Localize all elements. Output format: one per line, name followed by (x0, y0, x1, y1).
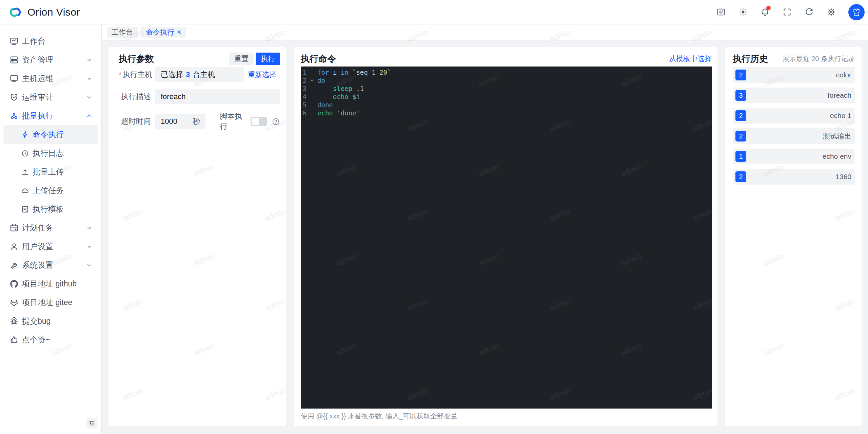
fold-chevron-icon (307, 93, 317, 101)
settings-gear-icon[interactable] (824, 5, 838, 19)
user-icon (9, 242, 19, 251)
menu-fold-icon (88, 420, 95, 427)
exec-command-panel: 执行命令 从模板中选择 1for i in `seq 1 20`2do3 sle… (294, 47, 717, 426)
sidebar-item-system[interactable]: 系统设置 (0, 256, 101, 275)
gitee-icon (9, 298, 19, 307)
sidebar-item-like[interactable]: 点个赞~ (0, 331, 101, 349)
history-item[interactable]: 1echo env (733, 149, 855, 164)
code-line: 4 echo $i (301, 93, 712, 101)
code-token (317, 84, 333, 93)
sidebar-item-schedule[interactable]: 计划任务 (0, 219, 101, 237)
notification-bell-icon[interactable] (758, 5, 772, 19)
sidebar-item-log[interactable]: 执行日志 (0, 144, 101, 163)
code-settings-icon[interactable] (714, 5, 728, 19)
code-token (349, 93, 352, 101)
help-icon[interactable] (272, 117, 280, 126)
description-input[interactable]: foreach (155, 89, 280, 104)
sidebar-item-label: 项目地址 github (22, 279, 92, 289)
fold-chevron-icon (307, 68, 317, 76)
host-field-label: *执行主机 (119, 70, 151, 80)
history-item[interactable]: 2color (733, 67, 855, 83)
timeout-unit: 秒 (193, 116, 200, 127)
command-panel-title: 执行命令 (301, 53, 336, 65)
host-count-badge: 2 (735, 70, 746, 80)
sidebar-item-assets[interactable]: 资产管理 (0, 51, 101, 69)
sidebar-item-gitee[interactable]: 项目地址 gitee (0, 293, 101, 312)
code-token: echo (317, 109, 333, 117)
line-number: 1 (301, 68, 307, 76)
code-lines: 1for i in `seq 1 20`2do3 sleep .14 echo … (301, 68, 712, 117)
sidebar-item-label: 点个赞~ (22, 335, 92, 345)
sidebar-item-label: 运维审计 (22, 92, 86, 102)
sidebar-menu: 工作台资产管理主机运维运维审计批量执行命令执行执行日志批量上传上传任务执行模板计… (0, 24, 101, 349)
content: 执行参数 重置 执行 *执行主机 已选择 3 台主机 重新选择 执 (102, 40, 868, 418)
app-header: Orion Visor 管 (0, 0, 868, 24)
sidebar-item-batch[interactable]: 批量执行 (0, 107, 101, 125)
audit-icon (9, 93, 19, 102)
app-logo[interactable]: Orion Visor (8, 5, 80, 19)
sidebar-item-label: 工作台 (22, 36, 92, 46)
chevron-down-icon (86, 262, 92, 268)
sidebar-item-audit[interactable]: 运维审计 (0, 88, 101, 107)
execute-button[interactable]: 执行 (256, 53, 280, 65)
history-item[interactable]: 2echo 1 (733, 108, 855, 124)
fullscreen-icon[interactable] (780, 5, 794, 19)
dashboard-icon (9, 37, 19, 46)
tab-command-exec[interactable]: 命令执行× (141, 27, 186, 38)
fold-chevron-icon[interactable] (307, 76, 317, 84)
user-avatar[interactable]: 管 (848, 4, 865, 20)
timeout-field-label: 超时时间 (119, 116, 151, 127)
sidebar-item-label: 项目地址 gitee (22, 297, 92, 308)
sidebar-item-upload[interactable]: 批量上传 (0, 163, 101, 181)
history-item-label: foreach (828, 91, 851, 99)
sidebar-item-dashboard[interactable]: 工作台 (0, 32, 101, 51)
code-token: i (329, 68, 340, 76)
sidebar-item-label: 批量执行 (22, 111, 86, 121)
code-token: done (317, 101, 333, 109)
reselect-hosts-link[interactable]: 重新选择 (248, 70, 276, 79)
chevron-down-icon (86, 225, 92, 231)
code-editor[interactable]: 1for i in `seq 1 20`2do3 sleep .14 echo … (301, 67, 712, 409)
sidebar-collapse-button[interactable] (86, 418, 97, 429)
host-count-badge: 3 (735, 90, 746, 101)
tab-workbench[interactable]: 工作台 (107, 27, 138, 38)
sidebar-item-template[interactable]: 执行模板 (0, 200, 101, 219)
code-token: do (317, 76, 325, 84)
code-token: ` (387, 68, 391, 76)
sidebar-item-github[interactable]: 项目地址 github (0, 275, 101, 293)
theme-icon[interactable] (736, 5, 750, 19)
sidebar-item-user[interactable]: 用户设置 (0, 237, 101, 256)
sidebar-item-label: 执行日志 (33, 148, 92, 158)
chevron-down-icon (86, 94, 92, 100)
host-selected-count: 3 (186, 70, 190, 79)
schedule-icon (9, 223, 19, 232)
sidebar-item-label: 上传任务 (33, 185, 92, 196)
code-line: 2do (301, 76, 712, 84)
reset-button[interactable]: 重置 (229, 53, 254, 65)
line-number: 5 (301, 101, 307, 109)
sidebar-item-exec[interactable]: 命令执行 (3, 125, 98, 144)
history-item-label: 1360 (835, 173, 851, 181)
timeout-value: 1000 (161, 117, 177, 126)
sidebar-item-host[interactable]: 主机运维 (0, 69, 101, 88)
code-token: 1 (360, 84, 364, 93)
script-exec-toggle[interactable] (251, 117, 267, 126)
sidebar-item-bug[interactable]: 提交bug (0, 312, 101, 331)
description-field-label: 执行描述 (119, 92, 151, 102)
timeout-input[interactable]: 1000 秒 (155, 114, 205, 129)
editor-hint: 使用 @{{ xxx }} 来替换参数, 输入_可以获取全部变量 (301, 412, 712, 421)
refresh-icon[interactable] (802, 5, 816, 19)
exec-history-panel: 执行历史 展示最近 20 条执行记录 2color3foreach2echo 1… (725, 47, 862, 426)
select-from-template-link[interactable]: 从模板中选择 (669, 54, 712, 63)
sidebar-item-cloud[interactable]: 上传任务 (0, 181, 101, 200)
history-item[interactable]: 2测试输出 (733, 128, 855, 144)
history-item[interactable]: 3foreach (733, 88, 855, 103)
fold-chevron-icon (307, 84, 317, 93)
chevron-down-icon (86, 57, 92, 63)
history-item[interactable]: 21360 (733, 169, 855, 185)
tab-close-icon[interactable]: × (177, 29, 181, 36)
toggle-knob (252, 118, 259, 125)
code-line: 6echo 'done' (301, 109, 712, 117)
host-selection-box[interactable]: 已选择 3 台主机 (155, 67, 244, 82)
tab-bar: 工作台命令执行× (102, 24, 868, 40)
